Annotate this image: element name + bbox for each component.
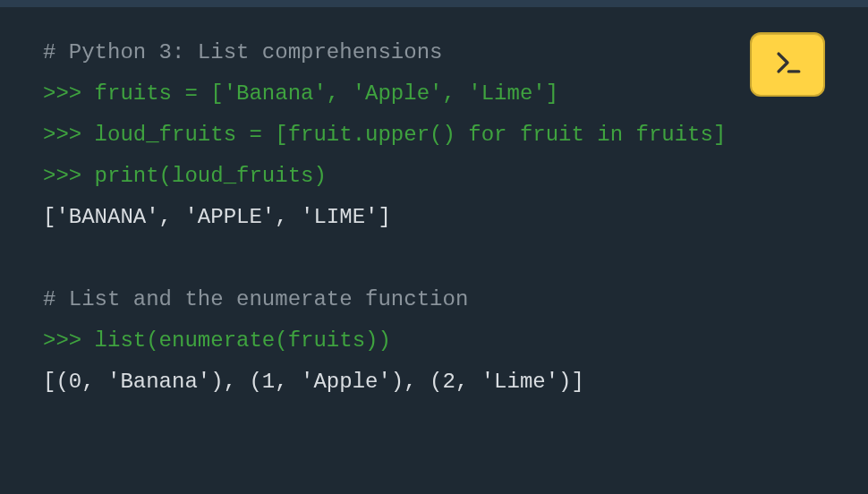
code-input-line: >>> list(enumerate(fruits)) [43, 320, 825, 362]
code-text: fruits = ['Banana', 'Apple', 'Lime'] [95, 81, 558, 106]
terminal-prompt-icon [772, 47, 803, 82]
prompt-marker: >>> [43, 328, 95, 353]
blank-line [43, 238, 825, 279]
prompt-marker: >>> [43, 164, 95, 188]
code-text: print(loud_fruits) [95, 164, 327, 188]
code-sample-container: # Python 3: List comprehensions>>> fruit… [0, 7, 868, 435]
code-input-line: >>> print(loud_fruits) [43, 156, 825, 197]
prompt-marker: >>> [43, 81, 95, 106]
code-output-line: [(0, 'Banana'), (1, 'Apple'), (2, 'Lime'… [43, 362, 825, 403]
code-input-line: >>> loud_fruits = [fruit.upper() for fru… [43, 115, 825, 156]
launch-shell-button[interactable] [750, 32, 825, 97]
code-sample: # Python 3: List comprehensions>>> fruit… [43, 32, 825, 403]
code-input-line: >>> fruits = ['Banana', 'Apple', 'Lime'] [43, 73, 825, 115]
code-comment: # List and the enumerate function [43, 279, 825, 320]
code-comment: # Python 3: List comprehensions [43, 32, 825, 73]
code-text: loud_fruits = [fruit.upper() for fruit i… [95, 123, 727, 147]
top-accent-bar [0, 0, 868, 7]
code-text: list(enumerate(fruits)) [95, 328, 391, 353]
code-output-line: ['BANANA', 'APPLE', 'LIME'] [43, 197, 825, 238]
prompt-marker: >>> [43, 123, 95, 147]
